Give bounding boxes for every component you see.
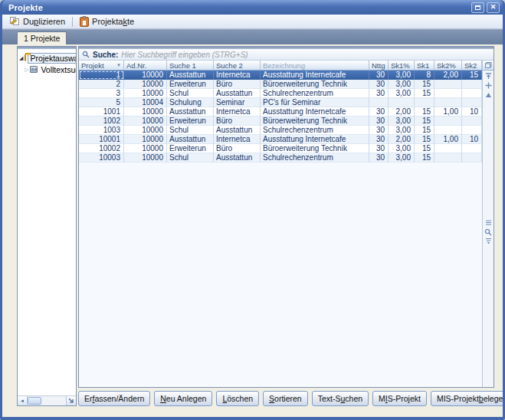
grid-cell-suche2: Seminar xyxy=(214,98,261,107)
grid-cell-bezeichnung: Büroerweiterung Technik xyxy=(261,80,369,89)
grid-cell-nttg: 30 xyxy=(369,144,389,153)
plus-icon xyxy=(485,82,492,89)
grid-cell-sk2p xyxy=(434,89,462,98)
grid-cell-bezeichnung: Ausstattung Internetcafe xyxy=(261,135,369,144)
grid-header-cell-sk1p[interactable]: Sk1% xyxy=(389,61,415,70)
button-label-part: ortieren xyxy=(274,394,302,403)
tree-node-volltextsuche[interactable]: ▷ Volltextsuche xyxy=(18,64,76,75)
grid-cell-bezeichnung: Büroerweiterung Technik xyxy=(261,144,369,153)
grid-header-cell-sk2[interactable]: Sk2 xyxy=(462,61,482,70)
grid-cell-bezeichnung: Schulrechenzentrum xyxy=(261,153,369,162)
sortieren-button[interactable]: Sortieren xyxy=(263,391,308,406)
grid-header-cell-sk2p[interactable]: Sk2% xyxy=(434,61,462,70)
diagonal-arrow-icon xyxy=(68,398,74,404)
tree-expanded-icon[interactable]: ◢ xyxy=(19,55,23,61)
button-label-part: Er xyxy=(84,394,93,403)
close-button[interactable]: ✕ xyxy=(487,2,500,13)
grid-cell-adnr: 10000 xyxy=(124,116,167,126)
scroll-up-button[interactable] xyxy=(484,90,494,99)
grid-cell-suche2: Internetca xyxy=(214,71,261,80)
grid-header-cell-projekt[interactable]: Projekt▼ xyxy=(79,61,124,70)
grid-cell-nttg: 30 xyxy=(369,89,389,98)
grid-cell-suche2: Büro xyxy=(214,144,261,153)
grid-cell-projekt: 10001 xyxy=(79,135,124,144)
grid-row[interactable]: 310000SchulAusstattunSchulrechenzentrum3… xyxy=(79,89,482,98)
grid-cell-projekt: 10002 xyxy=(79,144,124,153)
scroll-left-button[interactable]: ◄ xyxy=(18,396,28,405)
grid-row[interactable]: 100110000AusstattunInternetcaAusstattung… xyxy=(79,107,482,116)
tree-label-volltextsuche[interactable]: Volltextsuche xyxy=(39,65,76,74)
grid-body: 110000AusstattunInternetcaAusstattung In… xyxy=(79,71,482,162)
tree-collapsed-icon[interactable]: ▷ xyxy=(25,67,28,73)
panel-resize-grip-button[interactable] xyxy=(66,396,76,405)
grid-cell-sk1p: 2,00 xyxy=(389,107,415,116)
grid-cell-sk2 xyxy=(462,126,482,135)
grid-cell-projekt: 3 xyxy=(79,89,124,98)
grid-cell-adnr: 10000 xyxy=(124,144,167,153)
grid-cell-sk1: 15 xyxy=(415,144,434,153)
grid-cell-sk1: 15 xyxy=(415,116,434,126)
grid-header-cell-bezeichnung[interactable]: Bezeichnung xyxy=(261,61,369,70)
grid-cell-sk1p: 3,00 xyxy=(389,153,415,162)
menu-icon xyxy=(485,219,492,226)
neu-anlegen-button[interactable]: Neu Anlegen xyxy=(154,391,212,406)
grid-cell-sk1: 15 xyxy=(415,89,434,98)
grid-row[interactable]: 1000310000SchulAusstattunSchulrechenzent… xyxy=(79,153,482,162)
grid-row[interactable]: 210000ErweiterunBüroBüroerweiterung Tech… xyxy=(79,80,482,89)
grid-row[interactable]: 510004SchulungSeminarPC's für Seminar xyxy=(79,98,482,107)
grid-row[interactable]: 100210000ErweiterunBüroBüroerweiterung T… xyxy=(79,116,482,126)
grid-row[interactable]: 110000AusstattunInternetcaAusstattung In… xyxy=(79,71,482,80)
grid-cell-suche1: Erweiterun xyxy=(167,144,214,153)
grid-cell-nttg: 30 xyxy=(369,126,389,135)
projektakte-button[interactable]: Projektakte xyxy=(75,15,139,28)
titlebar[interactable]: Projekte ✕ xyxy=(2,0,503,15)
tab-1-projekte[interactable]: 1 Projekte xyxy=(17,31,67,44)
grid-search-bar[interactable]: Suche: Hier Suchbegriff eingeben (STRG+S… xyxy=(79,49,494,61)
grid-row[interactable]: 1000110000AusstattunInternetcaAusstattun… xyxy=(79,135,482,144)
grid-header-label: Suche 1 xyxy=(169,61,196,70)
filter-menu-button[interactable] xyxy=(484,237,494,245)
tree-label-projektauswahl[interactable]: Projektauswahl xyxy=(28,53,76,64)
filter-icon xyxy=(485,238,492,244)
search-icon xyxy=(82,51,90,58)
mis-projekt-button[interactable]: MIS-Projekt xyxy=(372,391,427,406)
button-label-part: N xyxy=(160,394,166,403)
loeschen-button[interactable]: Löschen xyxy=(216,391,259,406)
hscroll-thumb[interactable] xyxy=(28,397,41,405)
hscroll-track[interactable] xyxy=(41,396,66,405)
expand-rows-button[interactable] xyxy=(484,81,494,90)
text-suchen-button[interactable]: Text-Suchen xyxy=(312,391,369,406)
column-menu-button[interactable] xyxy=(484,218,494,227)
tree-node-projektauswahl[interactable]: ◢ Projektauswahl xyxy=(18,52,76,64)
grid-cell-suche1: Schul xyxy=(167,153,214,162)
grid-cell-suche2: Ausstattun xyxy=(214,89,261,98)
grid-row[interactable]: 100310000SchulAusstattunSchulrechenzentr… xyxy=(79,126,482,135)
grid-header-cell-suche2[interactable]: Suche 2 xyxy=(214,61,261,70)
grid-header-cell-adnr[interactable]: Ad.Nr. xyxy=(124,61,167,70)
grid-cell-sk1p: 3,00 xyxy=(389,126,415,135)
go-to-top-button[interactable] xyxy=(484,72,494,80)
projektakte-label: Projektakte xyxy=(92,17,134,26)
grid-header-cell-suche1[interactable]: Suche 1 xyxy=(167,61,214,70)
grid-search-button[interactable] xyxy=(484,228,494,236)
grid-header-label: Sk1% xyxy=(391,61,410,70)
customize-columns-button[interactable] xyxy=(483,61,494,71)
duplizieren-button[interactable]: Duplizieren xyxy=(5,15,70,28)
grid-cell-sk1p: 3,00 xyxy=(389,116,415,126)
restore-button[interactable] xyxy=(471,2,484,13)
grid-row[interactable]: 1000210000ErweiterunBüroBüroerweiterung … xyxy=(79,144,482,153)
button-label-part: öschen xyxy=(227,394,253,403)
button-label-part: eu Anlegen xyxy=(166,394,207,403)
grid-header-cell-sk1[interactable]: Sk1 xyxy=(415,61,434,70)
grid-cell-projekt: 2 xyxy=(79,80,124,89)
grid-header-cell-nttg[interactable]: Nttg xyxy=(369,61,389,70)
grid-lower: Projekt▼Ad.Nr.Suche 1Suche 2BezeichnungN… xyxy=(79,61,494,387)
content-area: ◢ Projektauswahl ▷ Volltextsuche ◄ xyxy=(2,44,503,417)
window-client-area: Duplizieren Projektakte 1 Projekte ◢ xyxy=(2,15,503,417)
grid-cell-bezeichnung: Büroerweiterung Technik xyxy=(261,116,369,126)
mis-projektbelege-button[interactable]: MIS-Projektbelege xyxy=(431,391,503,406)
grid-header-label: Sk1 xyxy=(417,61,429,70)
grid-cell-suche1: Schul xyxy=(167,126,214,135)
volltextsuche-icon xyxy=(30,66,38,73)
erfassen-aendern-button[interactable]: Erfassen/Ändern xyxy=(78,391,150,406)
